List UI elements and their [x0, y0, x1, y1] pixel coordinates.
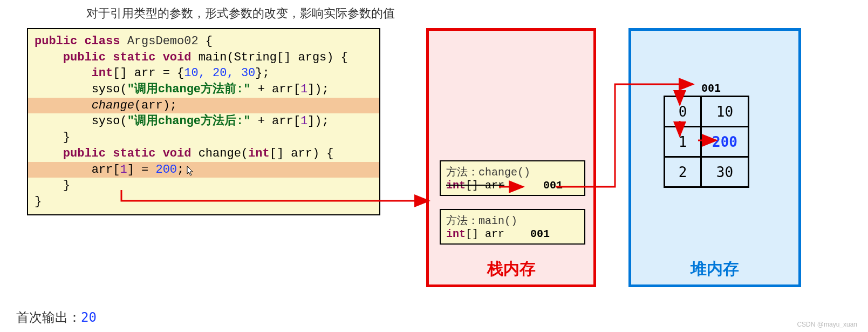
stack-frame-change: 方法：change() int[] arr 001: [440, 160, 585, 196]
heap-memory-box: 001 010 1200 230 堆内存: [628, 28, 801, 287]
stack-label: 栈内存: [429, 258, 593, 280]
heap-array-table: 010 1200 230: [664, 96, 749, 188]
code-box: public class ArgsDemo02 { public static …: [27, 28, 380, 215]
heap-address: 001: [701, 82, 721, 94]
diagram-container: public class ArgsDemo02 { public static …: [16, 28, 852, 287]
stack-frame-main: 方法：main() int[] arr 001: [440, 209, 585, 245]
stack-memory-box: 方法：change() int[] arr 001 方法：main() int[…: [426, 28, 596, 287]
diagram-title: 对于引用类型的参数，形式参数的改变，影响实际参数的值: [86, 5, 852, 22]
output-line: 首次输出：20: [16, 309, 852, 326]
heap-label: 堆内存: [631, 258, 798, 280]
watermark: CSDN @mayu_xuan: [797, 321, 857, 328]
